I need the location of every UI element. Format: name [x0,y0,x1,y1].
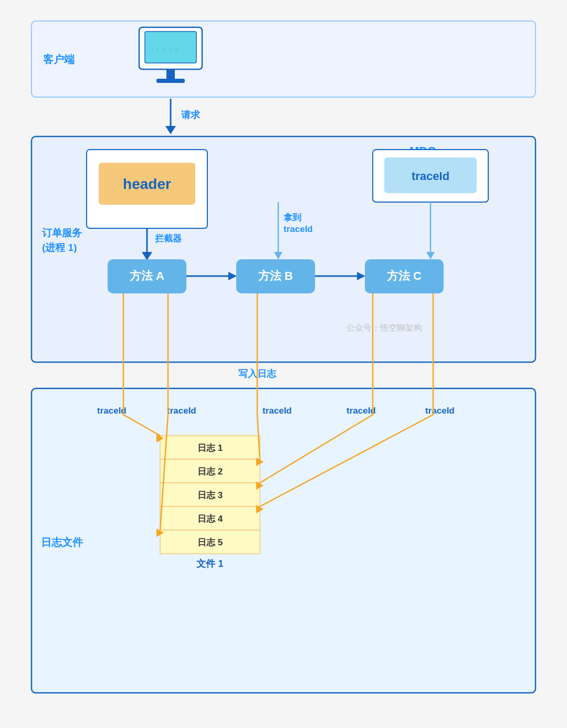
monitor-stand [166,69,175,80]
main-diagram: 客户端 · · · · 请求 订单服务 (进程 1) MDC header [26,16,541,719]
order-service-label-1: 订单服务 [42,227,82,238]
method-a-text: 方法 A [129,269,164,282]
monitor-base [156,79,185,83]
log-traceid-5: traceId [425,406,455,416]
get-traceid-label-1: 拿到 [284,213,301,223]
log3-text: 日志 3 [197,490,223,500]
log5-text: 日志 5 [197,537,223,547]
watermark-text: 公众号：悟空聊架构 [346,323,422,332]
method-c-text: 方法 C [386,269,422,282]
traceid-box-text: traceId [412,170,449,183]
diagram-container: 客户端 · · · · 请求 订单服务 (进程 1) MDC header [26,16,541,719]
client-section-bg [32,21,536,97]
request-arrow-head [165,126,176,134]
log-traceid-2: traceId [167,406,196,416]
file1-label: 文件 1 [196,558,223,569]
log-file-label: 日志文件 [41,536,83,548]
log1-text: 日志 1 [197,443,223,453]
log-section-bg [32,388,536,693]
request-label: 请求 [181,110,201,120]
monitor-dots: · · · · [156,46,180,53]
client-label: 客户端 [43,54,75,65]
method-b-text: 方法 B [258,269,293,282]
get-traceid-label-2: traceId [284,224,313,234]
log4-text: 日志 4 [197,514,223,524]
log-traceid-1: traceId [97,406,127,416]
log-traceid-4: traceId [346,406,376,416]
interceptor-label: 拦截器 [154,234,182,244]
header-text: header [123,176,171,192]
log-traceid-3: traceId [262,406,292,416]
log2-text: 日志 2 [197,467,223,477]
order-service-label-2: (进程 1) [42,242,77,253]
